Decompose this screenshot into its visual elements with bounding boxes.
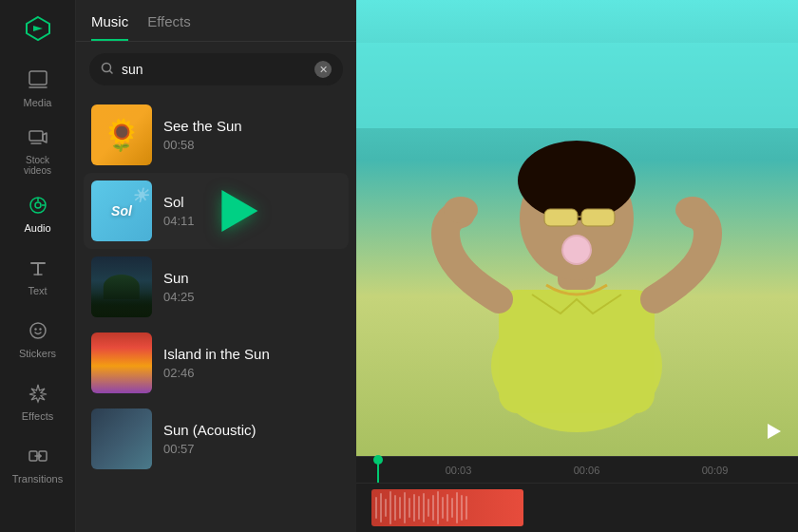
play-overlay xyxy=(222,190,258,232)
svg-rect-0 xyxy=(29,71,47,85)
sidebar-item-media[interactable]: Media xyxy=(6,59,70,118)
svg-rect-12 xyxy=(356,43,798,128)
list-item[interactable]: Island in the Sun 02:46 xyxy=(84,325,349,401)
effects-icon xyxy=(28,383,48,407)
main-content: 00:03 00:06 00:09 xyxy=(356,0,798,532)
music-thumbnail xyxy=(91,408,152,469)
svg-point-6 xyxy=(30,323,46,338)
sidebar-item-stock-videos[interactable]: Stock videos xyxy=(6,122,70,180)
sidebar: Media Stock videos Audio xyxy=(0,0,76,532)
sidebar-item-stickers[interactable]: Stickers xyxy=(6,310,70,369)
music-title: Sun (Acoustic) xyxy=(163,422,341,438)
sidebar-item-transitions[interactable]: Transitions xyxy=(6,435,70,494)
music-title: Island in the Sun xyxy=(163,346,341,362)
svg-point-27 xyxy=(563,237,590,263)
audio-icon xyxy=(28,195,48,218)
svg-point-24 xyxy=(444,197,478,223)
timeline-marker: 00:09 xyxy=(651,465,779,476)
svg-rect-1 xyxy=(29,131,43,141)
sidebar-item-audio[interactable]: Audio xyxy=(6,184,70,243)
stickers-icon xyxy=(28,320,48,344)
sidebar-item-label: Audio xyxy=(24,222,50,234)
music-thumbnail: Sol ☀ xyxy=(91,180,152,241)
text-icon xyxy=(28,257,48,281)
timeline-clip[interactable] xyxy=(371,489,523,526)
svg-rect-22 xyxy=(545,210,577,225)
sidebar-item-effects[interactable]: Effects xyxy=(6,372,70,431)
list-item[interactable]: Sun (Acoustic) 00:57 xyxy=(84,401,349,477)
svg-point-7 xyxy=(34,328,36,330)
sidebar-item-label: Stickers xyxy=(19,348,56,359)
svg-point-3 xyxy=(35,202,41,208)
list-item[interactable]: Sun 04:25 xyxy=(84,249,349,325)
sidebar-item-label: Stock videos xyxy=(24,155,51,176)
svg-point-18 xyxy=(518,141,636,220)
sidebar-item-label: Effects xyxy=(22,410,53,422)
stock-videos-icon xyxy=(28,127,48,151)
sidebar-item-label: Media xyxy=(24,97,52,108)
list-item[interactable]: 🌻 See the Sun 00:58 xyxy=(84,97,349,173)
timeline-ruler: 00:03 00:06 00:09 xyxy=(356,457,798,484)
list-item[interactable]: Sol ☀ Sol 04:11 xyxy=(84,173,349,249)
search-clear-button[interactable]: ✕ xyxy=(314,61,332,78)
timeline-area: 00:03 00:06 00:09 xyxy=(356,456,798,532)
app-logo xyxy=(19,10,57,48)
music-thumbnail: 🌻 xyxy=(91,104,152,165)
music-duration: 02:46 xyxy=(163,366,341,380)
music-list: 🌻 See the Sun 00:58 Sol ☀ Sol 04:11 xyxy=(76,97,356,532)
sidebar-item-text[interactable]: Text xyxy=(6,247,70,306)
music-panel: Music Effects ✕ 🌻 See the Sun 00:58 xyxy=(76,0,356,532)
svg-point-8 xyxy=(39,328,41,330)
svg-point-25 xyxy=(675,197,710,223)
svg-marker-28 xyxy=(768,424,781,439)
timeline-needle xyxy=(377,457,379,483)
music-duration: 04:25 xyxy=(163,290,341,304)
music-title: Sun xyxy=(163,270,341,286)
music-duration: 00:57 xyxy=(163,442,341,456)
play-button-large[interactable] xyxy=(222,190,258,232)
sidebar-item-label: Transitions xyxy=(12,473,63,484)
preview-area xyxy=(356,0,798,456)
music-thumbnail xyxy=(91,256,152,317)
sidebar-item-label: Text xyxy=(28,285,47,296)
search-input[interactable] xyxy=(122,62,307,77)
panel-tabs: Music Effects xyxy=(76,0,356,42)
music-duration: 00:58 xyxy=(163,138,341,152)
transitions-icon xyxy=(28,446,48,469)
timeline-track-area xyxy=(371,487,783,528)
search-bar[interactable]: ✕ xyxy=(89,53,343,86)
search-icon xyxy=(101,62,114,78)
video-preview xyxy=(356,0,798,456)
preview-play-button[interactable] xyxy=(760,418,787,445)
music-thumbnail xyxy=(91,332,152,393)
svg-rect-15 xyxy=(499,290,655,413)
music-title: See the Sun xyxy=(163,118,341,134)
svg-rect-23 xyxy=(582,210,614,225)
tab-music[interactable]: Music xyxy=(91,0,128,41)
tab-effects[interactable]: Effects xyxy=(147,0,191,41)
timeline-marker: 00:06 xyxy=(522,465,651,476)
timeline-marker: 00:03 xyxy=(394,465,522,476)
media-icon xyxy=(28,69,48,93)
